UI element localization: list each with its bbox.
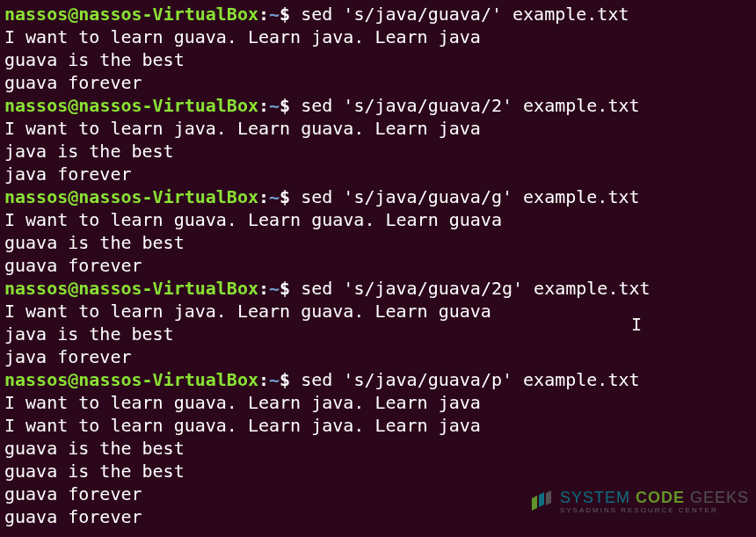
prompt-host: nassos-VirtualBox: [78, 186, 258, 207]
prompt-path: ~: [269, 369, 280, 390]
prompt-dollar: $: [280, 4, 290, 25]
output-line: java forever: [4, 163, 752, 185]
prompt-user: nassos: [4, 186, 68, 207]
prompt-colon: :: [258, 186, 269, 207]
prompt-dollar: $: [280, 95, 290, 116]
prompt-host: nassos-VirtualBox: [78, 95, 258, 116]
prompt-dollar: $: [280, 186, 290, 207]
prompt-colon: :: [258, 95, 269, 116]
prompt-user: nassos: [4, 4, 68, 25]
svg-marker-2: [546, 490, 551, 505]
prompt-dollar: $: [280, 278, 290, 299]
command-text: sed 's/java/guava/2g' example.txt: [301, 278, 650, 299]
prompt-at: @: [68, 95, 78, 116]
prompt-colon: :: [258, 369, 269, 390]
command-text: sed 's/java/guava/p' example.txt: [301, 369, 639, 390]
prompt-colon: :: [258, 4, 269, 25]
prompt-at: @: [68, 186, 78, 207]
prompt-at: @: [68, 4, 78, 25]
prompt-user: nassos: [4, 278, 68, 299]
command-line[interactable]: nassos@nassos-VirtualBox:~$ sed 's/java/…: [4, 277, 752, 300]
command-line[interactable]: nassos@nassos-VirtualBox:~$ sed 's/java/…: [4, 3, 752, 25]
output-line: I want to learn guava. Learn guava. Lear…: [4, 208, 752, 231]
prompt-at: @: [68, 369, 78, 390]
prompt-path: ~: [269, 278, 280, 299]
text-cursor: I: [631, 313, 642, 336]
watermark-logo-icon: [528, 490, 555, 514]
prompt-host: nassos-VirtualBox: [78, 4, 258, 25]
command-text: sed 's/java/guava/g' example.txt: [301, 186, 639, 207]
prompt-path: ~: [269, 186, 280, 207]
output-line: guava is the best: [4, 231, 752, 254]
output-line: I want to learn java. Learn guava. Learn…: [4, 117, 752, 140]
prompt-host: nassos-VirtualBox: [78, 369, 258, 390]
output-line: guava is the best: [4, 48, 752, 71]
output-line: guava is the best: [4, 437, 752, 460]
watermark-word-3: GEEKS: [690, 489, 749, 506]
prompt-colon: :: [258, 278, 269, 299]
svg-marker-1: [539, 492, 544, 507]
prompt-dollar: $: [280, 369, 290, 390]
command-line[interactable]: nassos@nassos-VirtualBox:~$ sed 's/java/…: [4, 94, 752, 117]
prompt-at: @: [68, 278, 78, 299]
output-line: java forever: [4, 345, 752, 368]
prompt-host: nassos-VirtualBox: [78, 278, 258, 299]
watermark-word-2: CODE: [636, 489, 685, 506]
command-line[interactable]: nassos@nassos-VirtualBox:~$ sed 's/java/…: [4, 185, 752, 208]
terminal-window[interactable]: nassos@nassos-VirtualBox:~$ sed 's/java/…: [4, 3, 752, 528]
command-text: sed 's/java/guava/2' example.txt: [301, 95, 639, 116]
svg-marker-0: [532, 496, 537, 511]
prompt-path: ~: [269, 95, 280, 116]
output-line: java is the best: [4, 140, 752, 163]
prompt-user: nassos: [4, 95, 68, 116]
watermark: SYSTEM CODE GEEKS SYSADMINS RESOURCE CEN…: [528, 490, 749, 514]
watermark-word-1: SYSTEM: [560, 489, 630, 506]
prompt-user: nassos: [4, 369, 68, 390]
output-line: guava forever: [4, 71, 752, 94]
output-line: I want to learn guava. Learn java. Learn…: [4, 414, 752, 437]
watermark-subtitle: SYSADMINS RESOURCE CENTER: [560, 507, 749, 514]
output-line: I want to learn guava. Learn java. Learn…: [4, 25, 752, 48]
command-text: sed 's/java/guava/' example.txt: [301, 4, 629, 25]
output-line: guava forever: [4, 254, 752, 277]
command-line[interactable]: nassos@nassos-VirtualBox:~$ sed 's/java/…: [4, 368, 752, 391]
watermark-text: SYSTEM CODE GEEKS SYSADMINS RESOURCE CEN…: [560, 490, 749, 514]
prompt-path: ~: [269, 4, 280, 25]
output-line: guava is the best: [4, 460, 752, 483]
output-line: I want to learn guava. Learn java. Learn…: [4, 391, 752, 414]
